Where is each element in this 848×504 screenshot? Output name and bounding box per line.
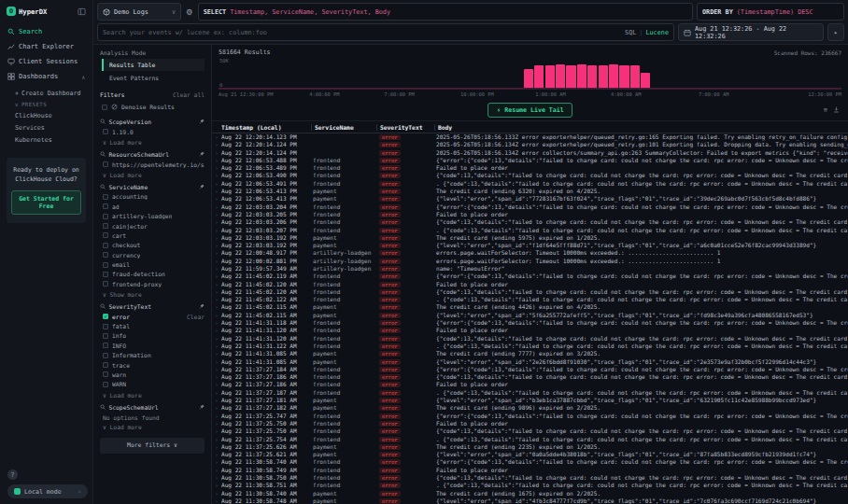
expand-chevron-icon[interactable]: › bbox=[212, 188, 221, 195]
expand-chevron-icon[interactable]: › bbox=[212, 389, 221, 397]
expand-chevron-icon[interactable]: › bbox=[212, 397, 221, 404]
expand-chevron-icon[interactable]: › bbox=[212, 296, 221, 303]
checkbox[interactable] bbox=[103, 371, 108, 377]
expand-chevron-icon[interactable]: › bbox=[212, 366, 221, 373]
filter-option-cainjector[interactable]: cainjector bbox=[100, 221, 205, 231]
sidebar-subitem-clickhouse[interactable]: ClickHouse bbox=[11, 109, 92, 121]
mode-event-patterns[interactable]: Event Patterns bbox=[102, 72, 205, 84]
histogram-bar[interactable] bbox=[630, 65, 640, 87]
load-more-link[interactable]: ∨ Load more bbox=[100, 136, 205, 146]
expand-chevron-icon[interactable]: › bbox=[212, 234, 221, 242]
histogram-bar[interactable] bbox=[619, 65, 629, 88]
checkbox[interactable] bbox=[103, 203, 108, 209]
expand-chevron-icon[interactable]: › bbox=[212, 319, 221, 327]
local-mode-pill[interactable]: Local mode › bbox=[7, 484, 88, 498]
expand-chevron-icon[interactable]: › bbox=[212, 335, 221, 343]
checkbox[interactable] bbox=[103, 262, 108, 268]
expand-chevron-icon[interactable]: › bbox=[212, 404, 221, 412]
log-row[interactable]: ›Aug 22 12:00:48.917 PMartillery-loadgen… bbox=[212, 249, 848, 257]
log-row[interactable]: ›Aug 22 11:37:27.182 AMpaymenterrorThe c… bbox=[212, 404, 848, 412]
log-row[interactable]: ›Aug 22 11:45:02.115 AMpaymenterror{"lev… bbox=[212, 312, 848, 319]
histogram-bar[interactable] bbox=[641, 73, 650, 88]
sidebar-subitem-kubernetes[interactable]: Kubernetes bbox=[11, 134, 92, 147]
expand-chevron-icon[interactable]: › bbox=[212, 497, 221, 504]
expand-chevron-icon[interactable]: › bbox=[212, 249, 221, 257]
filter-option-https-opentelemetry-io-schem[interactable]: https://opentelemetry.io/schem… bbox=[100, 160, 205, 169]
checkbox[interactable] bbox=[103, 243, 108, 248]
sidebar-subitem-services[interactable]: Services bbox=[11, 122, 92, 134]
expand-chevron-icon[interactable]: › bbox=[212, 327, 221, 334]
log-row[interactable]: ›Aug 22 11:37:27.181 AMpaymenterror{"lev… bbox=[212, 397, 848, 404]
column-header-servicename[interactable]: ServiceName bbox=[311, 124, 376, 131]
checkbox[interactable] bbox=[103, 232, 108, 238]
log-row[interactable]: ›Aug 22 12:03:03.205 PMfrontenderrorFail… bbox=[212, 211, 848, 218]
filter-option-info[interactable]: INFO bbox=[100, 341, 205, 350]
filter-option-1-19-0[interactable]: 1.19.0 bbox=[100, 127, 205, 136]
sidebar-item-dashboards[interactable]: Dashboards∧ bbox=[0, 69, 92, 84]
expand-chevron-icon[interactable]: › bbox=[212, 157, 221, 164]
pin-icon[interactable] bbox=[199, 119, 205, 125]
expand-chevron-icon[interactable]: › bbox=[212, 474, 221, 482]
time-range-picker[interactable]: Aug 21 12:32:26 - Aug 22 12:32:26 bbox=[678, 23, 824, 41]
column-header-severitytext[interactable]: SeverityText bbox=[376, 124, 434, 131]
checkbox[interactable] bbox=[103, 214, 108, 219]
column-header-timestamp[interactable]: Timestamp (Local) bbox=[221, 124, 311, 131]
pin-icon[interactable] bbox=[199, 184, 205, 190]
checkbox[interactable] bbox=[103, 314, 108, 319]
filter-option-ad[interactable]: ad bbox=[100, 202, 205, 211]
log-row[interactable]: ›Aug 22 11:45:02.120 AMfrontenderrorFail… bbox=[212, 281, 848, 288]
log-row[interactable]: ›Aug 22 11:30:58.751 AMfrontenderror. {"… bbox=[212, 482, 848, 489]
filter-option-fraud-detection[interactable]: fraud-detection bbox=[100, 270, 205, 279]
log-row[interactable]: ›Aug 22 11:37:25.747 AMfrontenderror{"er… bbox=[212, 413, 848, 420]
histogram-bar[interactable] bbox=[524, 69, 533, 88]
log-row[interactable]: ›Aug 22 12:20:14.124 PMerror2025-05-26T0… bbox=[212, 149, 848, 157]
log-row[interactable]: ›Aug 22 12:06:53.488 PMfrontenderror{"er… bbox=[212, 157, 848, 164]
log-row[interactable]: ›Aug 22 12:03:03.207 PMfrontenderror. {"… bbox=[212, 227, 848, 234]
pin-icon[interactable] bbox=[199, 404, 205, 411]
log-row[interactable]: ›Aug 22 12:20:14.123 PMerror2025-05-26T0… bbox=[212, 133, 848, 141]
expand-chevron-icon[interactable]: › bbox=[212, 436, 221, 443]
help-button[interactable]: ? bbox=[7, 469, 18, 480]
filter-option-checkout[interactable]: checkout bbox=[100, 241, 205, 250]
pin-icon[interactable] bbox=[199, 151, 205, 158]
log-row[interactable]: ›Aug 22 11:30:58.740 AMfrontenderror{"er… bbox=[212, 458, 848, 466]
filter-option-warn[interactable]: WARN bbox=[100, 380, 205, 389]
log-row[interactable]: ›Aug 22 11:37:27.187 AMfrontenderror. {"… bbox=[212, 389, 848, 397]
sidebar-subitem-create-dashboard[interactable]: +Create Dashboard bbox=[11, 87, 92, 99]
log-row[interactable]: ›Aug 22 11:30:58.749 AMfrontenderrorFail… bbox=[212, 467, 848, 474]
sql-select-editor[interactable]: SELECT Timestamp, ServiceName, SeverityT… bbox=[198, 3, 693, 21]
filter-option-warn[interactable]: warn bbox=[100, 370, 205, 379]
checkbox[interactable] bbox=[103, 272, 108, 277]
source-selector[interactable]: Demo Logs ∨ bbox=[97, 3, 181, 21]
expand-chevron-icon[interactable]: › bbox=[212, 350, 221, 357]
sidebar-item-client-sessions[interactable]: Client Sessions bbox=[0, 54, 92, 69]
sidebar-item-chart-explorer[interactable]: Chart Explorer bbox=[0, 39, 92, 54]
filter-option-information[interactable]: Information bbox=[100, 351, 205, 360]
expand-chevron-icon[interactable]: › bbox=[212, 218, 221, 226]
expand-chevron-icon[interactable]: › bbox=[212, 172, 221, 179]
checkbox[interactable] bbox=[103, 129, 108, 134]
log-row[interactable]: ›Aug 22 11:37:27.184 AMfrontenderror{"er… bbox=[212, 366, 848, 373]
expand-chevron-icon[interactable]: › bbox=[212, 288, 221, 296]
checkbox[interactable] bbox=[103, 362, 108, 368]
expand-chevron-icon[interactable]: › bbox=[212, 420, 221, 427]
expand-chevron-icon[interactable]: › bbox=[212, 427, 221, 435]
expand-chevron-icon[interactable]: › bbox=[212, 211, 221, 218]
sql-mode-label[interactable]: SQL bbox=[625, 29, 636, 36]
histogram-bar[interactable] bbox=[534, 65, 544, 88]
denoise-checkbox[interactable] bbox=[102, 105, 107, 110]
expand-chevron-icon[interactable]: › bbox=[212, 490, 221, 497]
load-more-link[interactable]: ∨ Load more bbox=[100, 421, 205, 430]
log-row[interactable]: ›Aug 22 11:37:25.621 AMpaymenterror{"lev… bbox=[212, 451, 848, 458]
histogram-bar[interactable] bbox=[599, 65, 608, 87]
expand-chevron-icon[interactable]: › bbox=[212, 381, 221, 388]
log-row[interactable]: ›Aug 22 11:30:58.750 AMfrontenderror{"co… bbox=[212, 474, 848, 482]
lucene-mode-label[interactable]: Lucene bbox=[645, 29, 669, 36]
log-row[interactable]: ›Aug 22 11:37:25.750 AMfrontenderror{"co… bbox=[212, 427, 848, 435]
log-row[interactable]: ›Aug 22 11:37:25.750 AMfrontenderrorFail… bbox=[212, 420, 848, 427]
order-by-editor[interactable]: ORDER BY (TimestampTime) DESC bbox=[697, 3, 844, 21]
log-row[interactable]: ›Aug 22 11:41:31.122 AMfrontenderror. {"… bbox=[212, 343, 848, 350]
histogram-bar[interactable] bbox=[566, 65, 575, 88]
expand-chevron-icon[interactable]: › bbox=[212, 265, 221, 273]
resume-live-tail-button[interactable]: Resume Live Tail bbox=[488, 103, 572, 118]
